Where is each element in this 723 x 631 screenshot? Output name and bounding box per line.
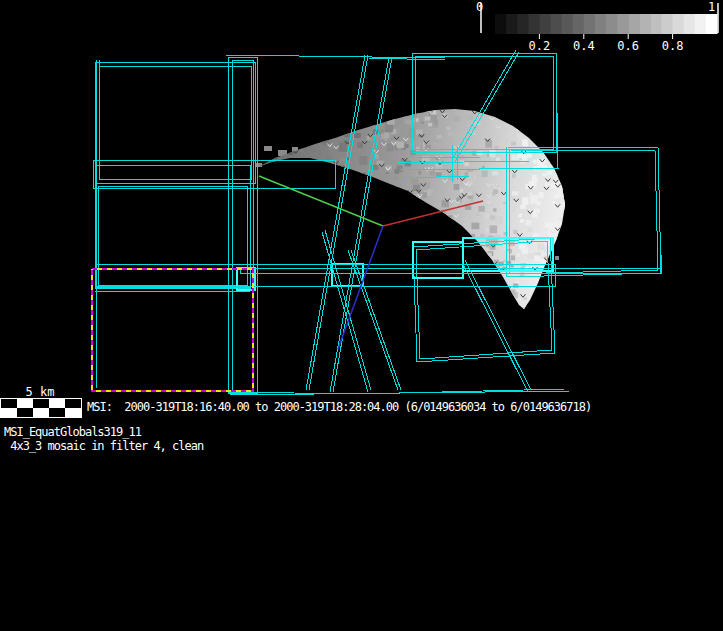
colorbar-tick-label: 0.2 (529, 39, 551, 53)
colorbar: 0.20.40.60.8 (481, 3, 718, 53)
colorbar-tick-label: 0.6 (617, 39, 639, 53)
colorbar-tick-label: 0.8 (662, 39, 684, 53)
msi-mosaic-viewer-window: 0.20.40.60.8 0 1 5 km MSI: 2000-319T18:1… (0, 0, 723, 631)
visualization-canvas[interactable]: 0.20.40.60.8 0 1 (0, 0, 723, 631)
scale-bar-label: 5 km (10, 386, 70, 398)
colorbar-min-label: 0 (476, 0, 483, 14)
axis-green (259, 176, 383, 226)
sequence-description: 4x3_3 mosaic in filter 4, clean (4, 440, 203, 452)
status-line: MSI: 2000-319T18:16:40.00 to 2000-319T18… (87, 401, 591, 413)
image-footprint-overlay (93, 50, 661, 395)
colorbar-max-label: 1 (708, 0, 715, 14)
scale-bar-checker (1, 399, 82, 418)
colorbar-tick-label: 0.4 (573, 39, 595, 53)
sequence-name: MSI_EquatGlobals319_11 (4, 426, 141, 438)
